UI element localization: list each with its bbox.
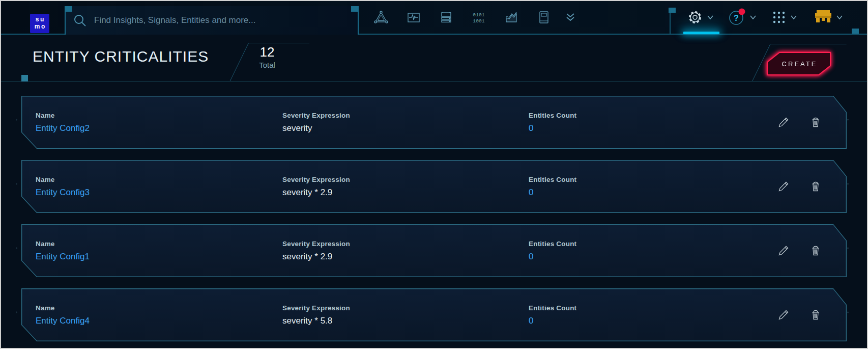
book-icon[interactable] <box>536 10 552 25</box>
topbar-divider <box>670 8 671 34</box>
total-badge: 12 Total <box>249 45 285 69</box>
top-nav: su mo <box>1 1 867 35</box>
total-value: 12 <box>249 45 285 60</box>
pencil-icon <box>777 180 790 193</box>
trash-icon <box>809 116 822 128</box>
search-input[interactable] <box>94 15 338 25</box>
edit-button[interactable] <box>777 116 790 129</box>
delete-button[interactable] <box>809 244 822 257</box>
severity-expression-label: Severity Expression <box>282 240 529 248</box>
apps-menu[interactable] <box>771 1 797 34</box>
name-label: Name <box>36 240 282 248</box>
chevron-down-icon <box>749 15 757 20</box>
name-link[interactable]: Entity Config3 <box>36 187 90 198</box>
binary-code-icon[interactable]: 0101 1001 <box>471 10 486 25</box>
trash-icon <box>809 309 822 321</box>
name-link[interactable]: Entity Config1 <box>36 252 90 262</box>
svg-text:?: ? <box>734 14 739 22</box>
svg-text:0101: 0101 <box>473 12 484 18</box>
severity-expression-value: severity * 2.9 <box>282 187 529 198</box>
user-avatar <box>814 10 832 25</box>
chevron-down-icon <box>790 15 797 20</box>
name-label: Name <box>36 112 282 119</box>
edit-button[interactable] <box>777 244 790 257</box>
server-stack-icon[interactable] <box>439 10 454 25</box>
pencil-icon <box>777 309 790 321</box>
global-search <box>65 6 359 35</box>
entities-count-label: Entities Count <box>529 176 777 183</box>
entities-count-label: Entities Count <box>529 304 777 312</box>
user-menu[interactable] <box>814 1 843 34</box>
list-item: Name Entity Config4 Severity Expression … <box>21 288 847 341</box>
create-button-label: CREATE <box>767 52 831 75</box>
notification-dot <box>739 9 745 15</box>
page-header: ENTITY CRITICALITIES 12 Total CREATE <box>1 36 867 82</box>
app-window: su mo <box>0 0 868 349</box>
triangle-radar-icon[interactable] <box>373 10 389 25</box>
edit-button[interactable] <box>777 180 790 193</box>
double-chevron-down-icon[interactable] <box>563 10 578 25</box>
list-item: Name Entity Config3 Severity Expression … <box>21 160 847 213</box>
severity-expression-value: severity * 2.9 <box>282 252 529 262</box>
delete-button[interactable] <box>809 116 822 129</box>
help-icon: ? <box>728 8 746 26</box>
pencil-icon <box>777 245 790 257</box>
chevron-down-icon <box>707 15 714 20</box>
severity-expression-label: Severity Expression <box>282 176 529 183</box>
name-label: Name <box>36 176 282 183</box>
heartbeat-monitor-icon[interactable] <box>406 10 421 25</box>
svg-text:1001: 1001 <box>473 18 484 24</box>
sumo-logo-text-bottom: mo <box>33 23 46 31</box>
entities-count-link[interactable]: 0 <box>529 316 533 326</box>
severity-expression-value: severity * 5.8 <box>282 316 529 326</box>
trash-icon <box>809 245 822 257</box>
delete-button[interactable] <box>809 180 822 193</box>
apps-grid-icon <box>771 10 787 25</box>
total-label: Total <box>249 61 285 69</box>
active-nav-indicator <box>683 32 719 34</box>
entities-count-link[interactable]: 0 <box>529 123 533 133</box>
corner-bracket <box>852 29 859 34</box>
entities-count-link[interactable]: 0 <box>529 252 533 262</box>
help-menu[interactable]: ? <box>728 1 757 34</box>
name-link[interactable]: Entity Config4 <box>36 316 90 326</box>
name-link[interactable]: Entity Config2 <box>36 123 90 133</box>
name-label: Name <box>36 304 282 312</box>
severity-expression-label: Severity Expression <box>282 304 529 312</box>
criticality-list: Name Entity Config2 Severity Expression … <box>1 82 867 348</box>
corner-bracket <box>21 75 28 82</box>
entities-count-label: Entities Count <box>529 240 777 248</box>
entities-count-label: Entities Count <box>529 112 777 119</box>
edit-button[interactable] <box>777 308 790 321</box>
severity-expression-value: severity <box>282 123 529 133</box>
severity-expression-label: Severity Expression <box>282 112 529 119</box>
area-chart-icon[interactable] <box>504 10 519 25</box>
page-title: ENTITY CRITICALITIES <box>33 48 209 65</box>
list-item: Name Entity Config1 Severity Expression … <box>21 224 847 277</box>
gear-icon <box>687 9 703 25</box>
trash-icon <box>809 180 822 193</box>
sumo-logo-text-top: su <box>34 16 45 23</box>
chevron-down-icon <box>836 15 843 20</box>
entities-count-link[interactable]: 0 <box>529 187 533 198</box>
sumo-logo[interactable]: su mo <box>30 14 49 33</box>
search-icon <box>73 13 87 28</box>
pencil-icon <box>777 116 790 128</box>
settings-menu[interactable] <box>687 1 714 34</box>
create-button[interactable]: CREATE <box>767 52 831 75</box>
nav-icon-row: 0101 1001 <box>373 1 578 34</box>
list-item: Name Entity Config2 Severity Expression … <box>21 96 847 149</box>
delete-button[interactable] <box>809 308 822 321</box>
